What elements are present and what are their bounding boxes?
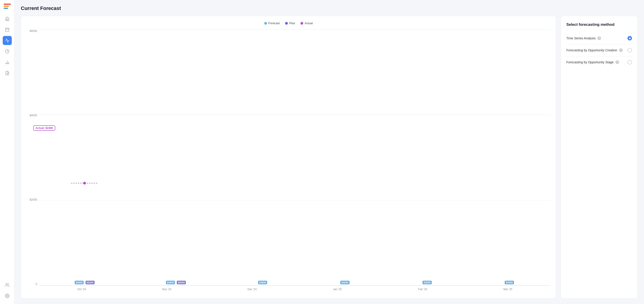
sidebar-item-users[interactable]	[3, 281, 12, 290]
x-label-2: Dec '24	[243, 286, 261, 293]
y-label-2000: $2000	[26, 198, 39, 201]
bar-forecast-label-5: $4000	[505, 281, 514, 284]
y-axis: 0 $2000 $4000 $6000	[26, 29, 39, 293]
panel-title: Select forecasting method	[566, 22, 632, 27]
chart-area: 0 $2000 $4000 $6000	[26, 29, 550, 293]
bar-forecast-label-3: $4500	[340, 281, 350, 284]
sidebar-item-bar[interactable]	[3, 58, 12, 67]
bar-plan-label-0: $5200	[85, 281, 95, 284]
method-label-0: Time Series Analysis	[566, 36, 596, 40]
chart-plot: $4600$5200$4800$6000$4800$4500$3500$4000…	[39, 29, 550, 293]
sidebar-item-reports[interactable]	[3, 68, 12, 78]
chart-card: Forecast Plan Actual 0 $2000	[21, 16, 556, 299]
main-content: Current Forecast Forecast Plan Actual	[14, 0, 644, 304]
method-label-2: Forecasting by Opportunity Stage	[566, 60, 614, 64]
method-item-1: Forecasting by Opportunity Creation ?	[566, 44, 632, 56]
help-icon-0[interactable]: ?	[597, 36, 601, 40]
method-item-0: Time Series Analysis ?	[566, 32, 632, 44]
chart-legend: Forecast Plan Actual	[26, 21, 550, 25]
radio-btn-0[interactable]	[628, 36, 632, 40]
side-panel: Select forecasting method Time Series An…	[561, 16, 638, 299]
y-label-6000: $6000	[26, 29, 39, 32]
bar-forecast-label-4: $3500	[422, 281, 432, 284]
sidebar	[0, 0, 14, 304]
method-item-2: Forecasting by Opportunity Stage ?	[566, 56, 632, 68]
x-label-0: Oct '24	[72, 286, 90, 293]
help-icon-2[interactable]: ?	[616, 60, 619, 64]
content-row: Forecast Plan Actual 0 $2000	[21, 16, 638, 299]
x-label-4: Feb '25	[414, 286, 432, 293]
chart-body: 0 $2000 $4000 $6000	[26, 29, 550, 293]
sidebar-item-pie[interactable]	[3, 47, 12, 56]
legend-forecast-label: Forecast	[268, 21, 280, 25]
bars-container: $4600$5200$4800$6000$4800$4500$3500$4000	[39, 29, 550, 286]
method-label-1: Forecasting by Opportunity Creation	[566, 48, 617, 52]
y-label-4000: $4000	[26, 114, 39, 117]
svg-point-10	[6, 284, 8, 285]
bar-plan-label-1: $6000	[176, 281, 186, 284]
sidebar-item-forecast[interactable]	[3, 36, 12, 45]
bar-forecast-label-0: $4600	[74, 281, 84, 284]
sidebar-item-home[interactable]	[3, 14, 12, 23]
method-label-row-0: Time Series Analysis ?	[566, 36, 601, 40]
method-label-row-1: Forecasting by Opportunity Creation ?	[566, 48, 623, 52]
app-logo	[4, 3, 11, 9]
method-label-row-2: Forecasting by Opportunity Stage ?	[566, 60, 619, 64]
x-axis: Oct '24Nov '24Dec '24Jan '25Feb '25Mar '…	[39, 286, 550, 293]
y-label-0: 0	[26, 283, 39, 286]
radio-btn-2[interactable]	[628, 60, 632, 64]
sidebar-item-calendar[interactable]	[3, 25, 12, 34]
svg-rect-0	[6, 28, 9, 31]
svg-point-11	[6, 296, 8, 297]
legend-plan-label: Plan	[289, 21, 295, 25]
sidebar-item-settings[interactable]	[3, 291, 12, 301]
legend-forecast: Forecast	[264, 21, 280, 25]
legend-actual: Actual	[300, 21, 313, 25]
legend-plan: Plan	[285, 21, 295, 25]
x-label-5: Mar '25	[499, 286, 517, 293]
x-label-1: Nov '24	[158, 286, 176, 293]
help-icon-1[interactable]: ?	[619, 48, 623, 52]
legend-actual-label: Actual	[304, 21, 313, 25]
bar-forecast-label-2: $4800	[258, 281, 268, 284]
bar-forecast-label-1: $4800	[166, 281, 175, 284]
radio-btn-1[interactable]	[628, 48, 632, 52]
x-label-3: Jan '25	[328, 286, 346, 293]
page-title: Current Forecast	[21, 5, 638, 11]
